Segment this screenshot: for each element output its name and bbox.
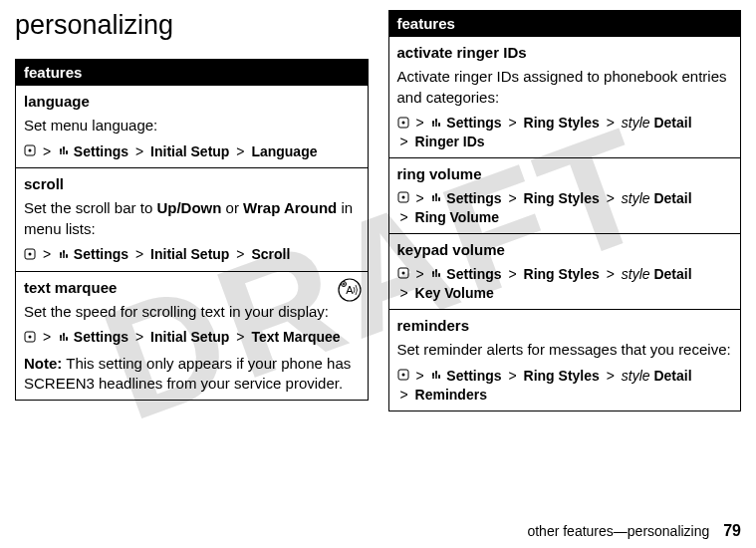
feature-desc: Set menu language: xyxy=(24,116,360,136)
path-ring-styles: Ring Styles xyxy=(524,115,600,131)
path-settings: Settings xyxy=(446,115,501,131)
network-feature-icon: A xyxy=(338,278,362,307)
menu-path: > Settings > Ring Styles > style Detail … xyxy=(397,189,733,228)
svg-point-22 xyxy=(432,122,434,124)
svg-point-1 xyxy=(29,149,32,152)
note-label: Note: xyxy=(24,355,62,372)
svg-point-29 xyxy=(438,198,440,200)
path-detail: Detail xyxy=(653,266,691,282)
path-reminders: Reminders xyxy=(415,387,487,403)
table-header: features xyxy=(16,60,369,86)
wraparound-label: Wrap Around xyxy=(243,199,337,216)
svg-point-37 xyxy=(432,374,434,376)
note-text: This setting only appears if your phone … xyxy=(24,355,351,392)
center-key-icon xyxy=(24,142,36,161)
path-initial-setup: Initial Setup xyxy=(150,143,229,159)
svg-point-23 xyxy=(435,120,437,122)
menu-path: > Settings > Ring Styles > style Detail … xyxy=(397,367,733,406)
page-title: personalizing xyxy=(15,10,369,41)
path-detail: Detail xyxy=(653,115,691,131)
svg-point-39 xyxy=(438,376,440,378)
feature-desc: Set reminder alerts for messages that yo… xyxy=(397,340,733,360)
settings-icon xyxy=(430,265,442,284)
menu-path: > Settings > Initial Setup > Text Marque… xyxy=(24,328,360,348)
feature-cell-activate-ringer-ids: activate ringer IDs Activate ringer IDs … xyxy=(388,37,741,158)
path-ring-volume: Ring Volume xyxy=(415,209,500,225)
svg-point-38 xyxy=(435,372,437,374)
feature-note: Note: This setting only appears if your … xyxy=(24,354,360,395)
path-settings: Settings xyxy=(446,190,501,206)
updown-label: Up/Down xyxy=(156,199,221,216)
path-style: style xyxy=(622,115,650,131)
footer-text: other features—personalizing xyxy=(527,523,709,539)
text: or xyxy=(221,199,243,216)
svg-point-2 xyxy=(60,149,62,151)
path-language: Language xyxy=(251,143,317,159)
path-ringer-ids: Ringer IDs xyxy=(415,134,485,149)
path-detail: Detail xyxy=(653,368,691,384)
feature-desc: Set the speed for scrolling text in your… xyxy=(24,302,360,322)
page-content: personalizing features language Set menu… xyxy=(0,0,756,411)
center-key-icon xyxy=(24,329,36,348)
menu-path: > Settings > Ring Styles > style Detail … xyxy=(397,114,733,152)
path-text-marquee: Text Marquee xyxy=(251,329,340,345)
svg-text:A: A xyxy=(346,284,354,296)
page-number: 79 xyxy=(723,522,741,539)
svg-point-32 xyxy=(432,272,434,274)
svg-point-21 xyxy=(401,121,404,124)
feature-name: language xyxy=(24,92,360,112)
path-initial-setup: Initial Setup xyxy=(150,329,229,345)
path-ring-styles: Ring Styles xyxy=(524,266,600,282)
settings-icon xyxy=(58,142,70,161)
svg-point-4 xyxy=(66,151,68,153)
feature-name: activate ringer IDs xyxy=(397,43,733,63)
features-table-left: features language Set menu language: > S… xyxy=(15,59,369,401)
path-style: style xyxy=(622,368,650,384)
svg-point-18 xyxy=(63,334,65,336)
svg-point-36 xyxy=(401,374,404,377)
settings-icon xyxy=(430,115,442,134)
path-key-volume: Key Volume xyxy=(415,285,494,301)
svg-point-27 xyxy=(432,196,434,198)
center-key-icon xyxy=(397,189,409,208)
settings-icon xyxy=(430,189,442,208)
feature-desc: Set the scroll bar to Up/Down or Wrap Ar… xyxy=(24,198,360,239)
path-detail: Detail xyxy=(653,190,691,206)
center-key-icon xyxy=(24,246,36,265)
table-header: features xyxy=(388,11,741,37)
path-settings: Settings xyxy=(446,266,501,282)
feature-cell-scroll: scroll Set the scroll bar to Up/Down or … xyxy=(16,168,369,271)
svg-point-33 xyxy=(435,270,437,272)
svg-point-9 xyxy=(66,255,68,257)
feature-cell-language: language Set menu language: > Settings >… xyxy=(16,86,369,168)
menu-path: > Settings > Initial Setup > Language xyxy=(24,142,360,162)
path-ring-styles: Ring Styles xyxy=(524,190,600,206)
path-settings: Settings xyxy=(74,143,128,159)
feature-cell-keypad-volume: keypad volume > Settings > Ring Styles >… xyxy=(388,234,741,310)
menu-path: > Settings > Initial Setup > Scroll xyxy=(24,245,360,265)
svg-point-8 xyxy=(63,251,65,253)
feature-cell-ring-volume: ring volume > Settings > Ring Styles > s… xyxy=(388,158,741,234)
path-style: style xyxy=(622,266,650,282)
svg-point-6 xyxy=(29,252,32,255)
feature-name: scroll xyxy=(24,174,360,194)
feature-name: text marquee xyxy=(24,278,360,298)
left-column: personalizing features language Set menu… xyxy=(15,10,369,411)
feature-cell-reminders: reminders Set reminder alerts for messag… xyxy=(388,310,741,411)
svg-point-34 xyxy=(438,274,440,276)
svg-point-31 xyxy=(401,272,404,275)
svg-point-7 xyxy=(60,253,62,255)
menu-path: > Settings > Ring Styles > style Detail … xyxy=(397,265,733,304)
svg-point-17 xyxy=(60,336,62,338)
settings-icon xyxy=(58,246,70,265)
path-scroll: Scroll xyxy=(251,246,290,262)
path-style: style xyxy=(622,190,650,206)
center-key-icon xyxy=(397,367,409,386)
path-ring-styles: Ring Styles xyxy=(524,368,600,384)
path-initial-setup: Initial Setup xyxy=(150,246,229,262)
center-key-icon xyxy=(397,115,409,134)
svg-point-24 xyxy=(438,124,440,126)
path-settings: Settings xyxy=(74,329,128,345)
path-settings: Settings xyxy=(446,368,501,384)
settings-icon xyxy=(430,367,442,386)
